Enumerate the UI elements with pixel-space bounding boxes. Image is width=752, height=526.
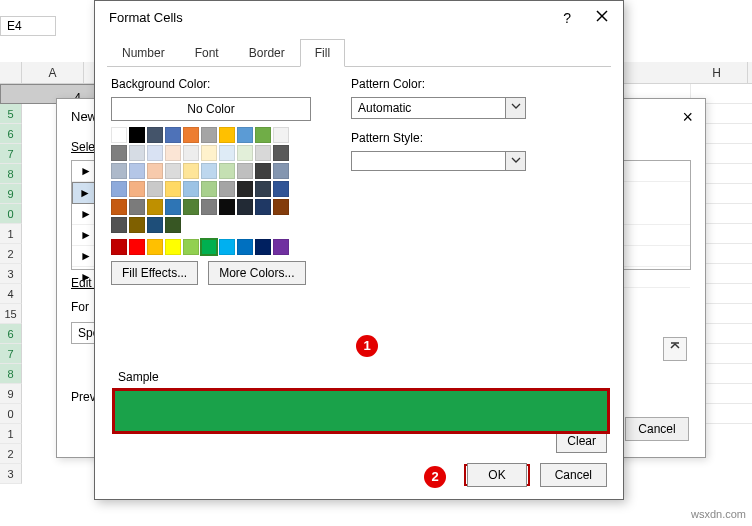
row-header[interactable]: 2: [0, 244, 22, 264]
color-swatch[interactable]: [183, 145, 199, 161]
pattern-style-select[interactable]: [351, 151, 506, 171]
color-swatch[interactable]: [183, 181, 199, 197]
color-swatch[interactable]: [219, 127, 235, 143]
cancel-button[interactable]: Cancel: [540, 463, 607, 487]
color-swatch[interactable]: [111, 239, 127, 255]
tab-fill[interactable]: Fill: [300, 39, 345, 67]
chevron-down-icon[interactable]: [506, 151, 526, 171]
color-swatch[interactable]: [219, 181, 235, 197]
color-swatch[interactable]: [255, 127, 271, 143]
color-swatch[interactable]: [111, 181, 127, 197]
color-swatch[interactable]: [165, 199, 181, 215]
row-header[interactable]: 15: [0, 304, 22, 324]
pattern-color-select[interactable]: Automatic: [351, 97, 506, 119]
color-swatch[interactable]: [237, 127, 253, 143]
color-swatch[interactable]: [165, 239, 181, 255]
close-icon[interactable]: [595, 9, 609, 26]
color-swatch[interactable]: [129, 239, 145, 255]
color-swatch[interactable]: [219, 145, 235, 161]
color-swatch[interactable]: [237, 145, 253, 161]
row-header[interactable]: 3: [0, 264, 22, 284]
row-header[interactable]: 4: [0, 284, 22, 304]
color-swatch[interactable]: [255, 239, 271, 255]
color-swatch[interactable]: [255, 181, 271, 197]
color-swatch[interactable]: [111, 217, 127, 233]
row-header[interactable]: 1: [0, 424, 22, 444]
color-swatch[interactable]: [273, 181, 289, 197]
color-swatch[interactable]: [201, 181, 217, 197]
more-colors-button[interactable]: More Colors...: [208, 261, 305, 285]
color-swatch[interactable]: [165, 181, 181, 197]
row-header[interactable]: 3: [0, 464, 22, 484]
close-icon[interactable]: ×: [682, 107, 693, 128]
color-swatch[interactable]: [219, 239, 235, 255]
color-swatch[interactable]: [219, 163, 235, 179]
help-icon[interactable]: ?: [563, 10, 571, 26]
color-swatch[interactable]: [201, 145, 217, 161]
color-swatch[interactable]: [165, 127, 181, 143]
row-header[interactable]: 6: [0, 124, 22, 144]
color-swatch[interactable]: [111, 127, 127, 143]
color-swatch[interactable]: [165, 163, 181, 179]
row-header[interactable]: 2: [0, 444, 22, 464]
tab-number[interactable]: Number: [107, 39, 180, 67]
color-swatch[interactable]: [273, 163, 289, 179]
color-swatch[interactable]: [237, 181, 253, 197]
collapse-icon[interactable]: [663, 337, 687, 361]
color-swatch[interactable]: [237, 239, 253, 255]
color-swatch[interactable]: [255, 145, 271, 161]
color-swatch[interactable]: [147, 199, 163, 215]
row-header[interactable]: 7: [0, 144, 22, 164]
row-header[interactable]: 6: [0, 324, 22, 344]
color-swatch[interactable]: [147, 163, 163, 179]
color-swatch[interactable]: [147, 145, 163, 161]
color-swatch[interactable]: [147, 239, 163, 255]
select-all-corner[interactable]: [0, 62, 22, 83]
row-header[interactable]: 7: [0, 344, 22, 364]
color-swatch[interactable]: [201, 163, 217, 179]
color-swatch[interactable]: [165, 145, 181, 161]
color-swatch[interactable]: [147, 127, 163, 143]
color-swatch[interactable]: [111, 145, 127, 161]
color-swatch[interactable]: [219, 199, 235, 215]
color-swatch[interactable]: [273, 199, 289, 215]
color-swatch[interactable]: [129, 145, 145, 161]
color-swatch[interactable]: [183, 163, 199, 179]
color-swatch[interactable]: [255, 163, 271, 179]
row-header[interactable]: 0: [0, 404, 22, 424]
color-swatch[interactable]: [129, 163, 145, 179]
color-swatch[interactable]: [129, 199, 145, 215]
ok-button[interactable]: OK: [467, 463, 526, 487]
no-color-button[interactable]: No Color: [111, 97, 311, 121]
color-swatch[interactable]: [201, 127, 217, 143]
row-header[interactable]: 9: [0, 384, 22, 404]
color-swatch[interactable]: [129, 181, 145, 197]
color-swatch[interactable]: [255, 199, 271, 215]
row-header[interactable]: 1: [0, 224, 22, 244]
row-header[interactable]: 0: [0, 204, 22, 224]
chevron-down-icon[interactable]: [506, 97, 526, 119]
row-header[interactable]: 5: [0, 104, 22, 124]
color-swatch[interactable]: [201, 239, 217, 255]
color-swatch[interactable]: [273, 145, 289, 161]
row-header[interactable]: 8: [0, 164, 22, 184]
tab-font[interactable]: Font: [180, 39, 234, 67]
color-swatch[interactable]: [237, 199, 253, 215]
row-header[interactable]: 8: [0, 364, 22, 384]
row-header[interactable]: 9: [0, 184, 22, 204]
color-swatch[interactable]: [183, 127, 199, 143]
color-swatch[interactable]: [165, 217, 181, 233]
color-swatch[interactable]: [129, 127, 145, 143]
cancel-button[interactable]: Cancel: [625, 417, 689, 441]
color-swatch[interactable]: [111, 163, 127, 179]
column-header-h[interactable]: H: [686, 62, 748, 84]
color-swatch[interactable]: [273, 127, 289, 143]
name-box[interactable]: E4: [0, 16, 56, 36]
color-swatch[interactable]: [147, 181, 163, 197]
color-swatch[interactable]: [129, 217, 145, 233]
tab-border[interactable]: Border: [234, 39, 300, 67]
color-swatch[interactable]: [237, 163, 253, 179]
column-header-a[interactable]: A: [22, 62, 84, 83]
color-swatch[interactable]: [201, 199, 217, 215]
fill-effects-button[interactable]: Fill Effects...: [111, 261, 198, 285]
